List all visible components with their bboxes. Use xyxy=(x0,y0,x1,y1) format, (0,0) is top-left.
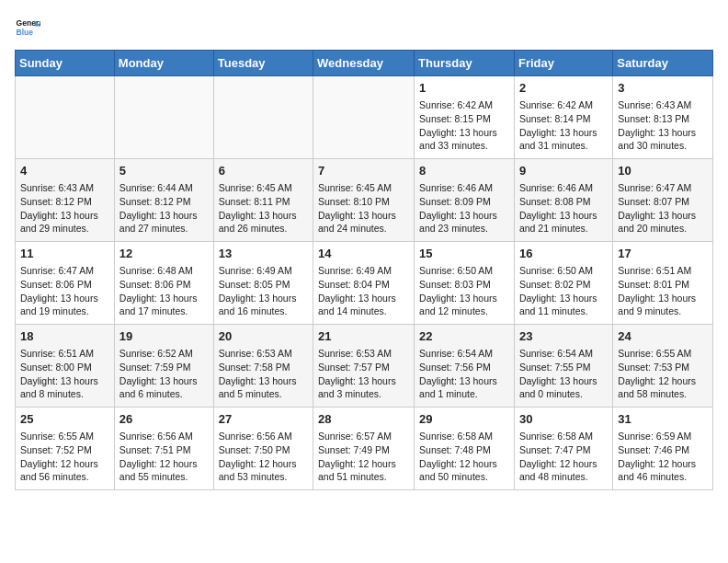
day-info: and 51 minutes. xyxy=(318,470,409,484)
day-number: 21 xyxy=(318,328,409,345)
calendar-cell: 15Sunrise: 6:50 AMSunset: 8:03 PMDayligh… xyxy=(415,242,515,325)
day-info: and 19 minutes. xyxy=(20,304,109,318)
day-info: Sunset: 8:15 PM xyxy=(419,112,509,126)
day-info: and 50 minutes. xyxy=(419,470,509,484)
day-info: Sunset: 7:55 PM xyxy=(519,361,608,374)
day-info: Sunrise: 6:47 AM xyxy=(618,181,708,195)
day-info: Daylight: 13 hours xyxy=(219,292,308,305)
calendar-cell: 1Sunrise: 6:42 AMSunset: 8:15 PMDaylight… xyxy=(415,76,515,159)
day-number: 11 xyxy=(20,246,109,262)
day-info: and 33 minutes. xyxy=(419,139,509,153)
logo-icon: General Blue xyxy=(15,15,40,40)
day-number: 8 xyxy=(419,163,509,179)
day-info: Sunrise: 6:42 AM xyxy=(419,98,509,112)
calendar-cell: 9Sunrise: 6:46 AMSunset: 8:08 PMDaylight… xyxy=(514,159,612,242)
calendar-cell: 30Sunrise: 6:58 AMSunset: 7:47 PMDayligh… xyxy=(514,408,612,490)
day-number: 20 xyxy=(219,328,308,345)
day-info: Sunset: 7:48 PM xyxy=(419,443,509,457)
day-info: Sunset: 8:06 PM xyxy=(20,278,109,292)
calendar-cell: 25Sunrise: 6:55 AMSunset: 7:52 PMDayligh… xyxy=(16,408,115,490)
calendar-week-1: 1Sunrise: 6:42 AMSunset: 8:15 PMDaylight… xyxy=(16,76,713,159)
day-info: Sunrise: 6:44 AM xyxy=(119,181,209,195)
day-info: and 31 minutes. xyxy=(519,139,608,153)
day-info: Sunset: 8:00 PM xyxy=(20,361,109,374)
day-info: Sunrise: 6:43 AM xyxy=(20,181,109,195)
day-info: Sunset: 7:59 PM xyxy=(119,361,209,374)
day-info: Sunrise: 6:46 AM xyxy=(519,181,608,195)
calendar-cell: 20Sunrise: 6:53 AMSunset: 7:58 PMDayligh… xyxy=(213,325,313,408)
day-info: and 11 minutes. xyxy=(519,304,608,318)
calendar-cell xyxy=(213,76,313,159)
day-info: Sunrise: 6:48 AM xyxy=(119,264,209,278)
day-number: 1 xyxy=(419,80,509,97)
calendar-cell: 28Sunrise: 6:57 AMSunset: 7:49 PMDayligh… xyxy=(313,408,415,490)
day-number: 7 xyxy=(318,163,409,179)
day-info: Sunrise: 6:58 AM xyxy=(419,430,509,443)
day-number: 18 xyxy=(20,328,109,345)
calendar-cell: 17Sunrise: 6:51 AMSunset: 8:01 PMDayligh… xyxy=(613,242,713,325)
day-info: Sunset: 8:10 PM xyxy=(318,195,409,209)
day-info: Sunset: 7:57 PM xyxy=(318,361,409,374)
day-info: and 30 minutes. xyxy=(618,139,708,153)
day-info: and 53 minutes. xyxy=(219,470,308,484)
day-info: Daylight: 12 hours xyxy=(419,457,509,471)
day-info: Sunset: 7:46 PM xyxy=(618,443,708,457)
calendar-cell: 6Sunrise: 6:45 AMSunset: 8:11 PMDaylight… xyxy=(213,159,313,242)
day-info: and 20 minutes. xyxy=(618,222,708,236)
day-info: Sunset: 8:03 PM xyxy=(419,278,509,292)
calendar-cell: 8Sunrise: 6:46 AMSunset: 8:09 PMDaylight… xyxy=(415,159,515,242)
day-info: and 16 minutes. xyxy=(219,304,308,318)
day-number: 3 xyxy=(618,80,708,97)
day-info: Sunrise: 6:53 AM xyxy=(219,347,308,361)
calendar-cell: 31Sunrise: 6:59 AMSunset: 7:46 PMDayligh… xyxy=(613,408,713,490)
calendar-cell: 12Sunrise: 6:48 AMSunset: 8:06 PMDayligh… xyxy=(114,242,213,325)
calendar-cell: 10Sunrise: 6:47 AMSunset: 8:07 PMDayligh… xyxy=(613,159,713,242)
day-info: Sunset: 7:58 PM xyxy=(219,361,308,374)
day-info: Daylight: 12 hours xyxy=(318,457,409,471)
day-info: Daylight: 12 hours xyxy=(20,457,109,471)
day-info: Daylight: 12 hours xyxy=(519,457,608,471)
day-info: and 48 minutes. xyxy=(519,470,608,484)
day-info: and 26 minutes. xyxy=(219,222,308,236)
day-info: and 3 minutes. xyxy=(318,387,409,401)
day-info: and 14 minutes. xyxy=(318,304,409,318)
day-info: Sunrise: 6:55 AM xyxy=(20,430,109,443)
day-number: 17 xyxy=(618,246,708,262)
col-header-sunday: Sunday xyxy=(16,51,115,76)
calendar-cell: 13Sunrise: 6:49 AMSunset: 8:05 PMDayligh… xyxy=(213,242,313,325)
day-info: Sunset: 8:11 PM xyxy=(219,195,308,209)
day-number: 9 xyxy=(519,163,608,179)
day-info: Sunrise: 6:42 AM xyxy=(519,98,608,112)
calendar-cell: 29Sunrise: 6:58 AMSunset: 7:48 PMDayligh… xyxy=(415,408,515,490)
calendar-cell: 11Sunrise: 6:47 AMSunset: 8:06 PMDayligh… xyxy=(16,242,115,325)
day-number: 12 xyxy=(119,246,209,262)
day-number: 13 xyxy=(219,246,308,262)
day-info: Sunset: 8:12 PM xyxy=(20,195,109,209)
day-info: Daylight: 13 hours xyxy=(119,292,209,305)
day-info: Sunrise: 6:55 AM xyxy=(618,347,708,361)
day-number: 27 xyxy=(219,411,308,428)
day-info: and 58 minutes. xyxy=(618,387,708,401)
calendar-cell: 14Sunrise: 6:49 AMSunset: 8:04 PMDayligh… xyxy=(313,242,415,325)
day-info: Sunset: 7:50 PM xyxy=(219,443,308,457)
day-info: Daylight: 13 hours xyxy=(318,374,409,388)
day-info: Sunrise: 6:47 AM xyxy=(20,264,109,278)
day-number: 31 xyxy=(618,411,708,428)
day-info: and 8 minutes. xyxy=(20,387,109,401)
day-info: Sunrise: 6:49 AM xyxy=(219,264,308,278)
calendar-cell xyxy=(16,76,115,159)
day-info: and 17 minutes. xyxy=(119,304,209,318)
day-number: 24 xyxy=(618,328,708,345)
logo: General Blue xyxy=(15,15,44,40)
day-info: Sunset: 7:56 PM xyxy=(419,361,509,374)
day-info: Daylight: 12 hours xyxy=(119,457,209,471)
day-info: Sunrise: 6:51 AM xyxy=(20,347,109,361)
calendar-table: SundayMondayTuesdayWednesdayThursdayFrid… xyxy=(15,50,713,490)
col-header-tuesday: Tuesday xyxy=(213,51,313,76)
calendar-header-row: SundayMondayTuesdayWednesdayThursdayFrid… xyxy=(16,51,713,76)
day-number: 22 xyxy=(419,328,509,345)
day-number: 23 xyxy=(519,328,608,345)
day-info: and 9 minutes. xyxy=(618,304,708,318)
day-info: Sunrise: 6:54 AM xyxy=(419,347,509,361)
day-info: Daylight: 13 hours xyxy=(318,209,409,223)
